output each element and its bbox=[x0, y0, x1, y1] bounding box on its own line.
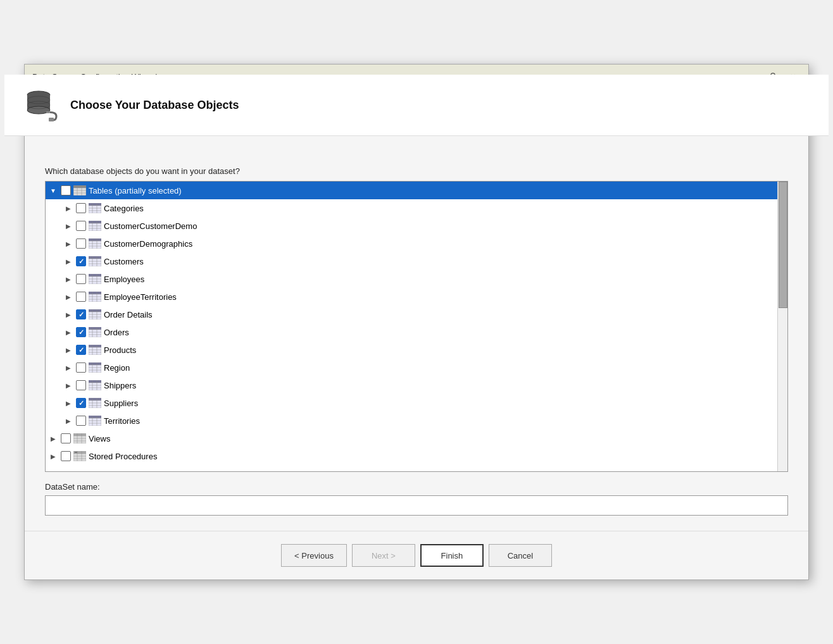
checkbox-9[interactable] bbox=[76, 362, 86, 373]
table-icon-4 bbox=[89, 274, 101, 284]
checkbox-1[interactable] bbox=[76, 221, 86, 231]
tree-container[interactable]: ▼ – Tables (partially selected) bbox=[45, 181, 788, 472]
item-label-11: Suppliers bbox=[104, 399, 138, 408]
expander-3[interactable]: ▶ bbox=[63, 256, 73, 266]
checkbox-4[interactable] bbox=[76, 274, 86, 284]
header-section: Choose Your Database Objects bbox=[4, 75, 829, 136]
dataset-name-input[interactable] bbox=[45, 495, 788, 516]
svg-rect-71 bbox=[89, 345, 101, 347]
item-label-1: CustomerCustomerDemo bbox=[104, 221, 197, 231]
item-label-3: Customers bbox=[104, 257, 144, 266]
tree-item-categories[interactable]: ▶ Categories bbox=[46, 199, 787, 217]
tree-item-customers[interactable]: ▶ Customers bbox=[46, 252, 787, 270]
item-label-12: Territories bbox=[104, 416, 140, 426]
svg-rect-5 bbox=[46, 111, 50, 113]
expander-6[interactable]: ▶ bbox=[63, 309, 73, 319]
expander-4[interactable]: ▶ bbox=[63, 274, 73, 284]
checkbox-6[interactable] bbox=[76, 309, 86, 319]
tree-item-employeeterritories[interactable]: ▶ EmployeeTerritories bbox=[46, 288, 787, 306]
item-label-6: Order Details bbox=[104, 310, 153, 319]
checkbox-views[interactable] bbox=[61, 433, 71, 443]
svg-rect-43 bbox=[89, 274, 101, 276]
checkbox-10[interactable] bbox=[76, 380, 86, 390]
expander-5[interactable]: ▶ bbox=[63, 292, 73, 302]
stored-procedures-label: Stored Procedures bbox=[89, 452, 157, 461]
tree-views[interactable]: ▶ Views bbox=[46, 430, 787, 447]
tree-item-customercustomerdemo[interactable]: ▶ CustomerCustomerDemo bbox=[46, 217, 787, 235]
table-icon-0 bbox=[89, 203, 101, 213]
svg-rect-78 bbox=[89, 362, 101, 365]
expander-tables[interactable]: ▼ bbox=[48, 185, 58, 195]
table-icon-12 bbox=[89, 416, 101, 426]
table-icon-7 bbox=[89, 327, 101, 337]
table-icon-3 bbox=[89, 256, 101, 266]
content-area: Which database objects do you want in yo… bbox=[25, 151, 808, 531]
checkbox-sp[interactable] bbox=[61, 451, 71, 461]
item-label-8: Products bbox=[104, 345, 136, 355]
checkbox-12[interactable] bbox=[76, 416, 86, 426]
tree-item-employees[interactable]: ▶ Employees bbox=[46, 270, 787, 288]
checkbox-5[interactable] bbox=[76, 292, 86, 302]
checkbox-tables[interactable]: – bbox=[61, 185, 71, 195]
svg-rect-8 bbox=[73, 185, 86, 188]
scrollbar-thumb[interactable] bbox=[779, 182, 787, 308]
svg-rect-92 bbox=[89, 398, 101, 400]
svg-rect-6 bbox=[49, 118, 54, 121]
svg-rect-119 bbox=[75, 452, 77, 453]
checkbox-0[interactable] bbox=[76, 203, 86, 213]
expander-views[interactable]: ▶ bbox=[48, 433, 58, 443]
table-icon-6 bbox=[89, 309, 101, 319]
expander-11[interactable]: ▶ bbox=[63, 398, 73, 408]
checkbox-11[interactable] bbox=[76, 398, 86, 408]
tree-item-products[interactable]: ▶ Products bbox=[46, 341, 787, 359]
item-label-7: Orders bbox=[104, 328, 129, 337]
svg-rect-50 bbox=[89, 292, 101, 294]
tree-item-customerdemographics[interactable]: ▶ CustomerDemographics bbox=[46, 235, 787, 252]
views-label: Views bbox=[89, 434, 110, 443]
dataset-section: DataSet name: bbox=[45, 482, 788, 516]
table-icon-11 bbox=[89, 398, 101, 408]
table-icon-5 bbox=[89, 292, 101, 302]
database-icon bbox=[25, 87, 60, 123]
dataset-label: DataSet name: bbox=[45, 482, 788, 492]
previous-button[interactable]: < Previous bbox=[281, 544, 347, 567]
expander-9[interactable]: ▶ bbox=[63, 362, 73, 373]
expander-7[interactable]: ▶ bbox=[63, 327, 73, 337]
expander-1[interactable]: ▶ bbox=[63, 221, 73, 231]
svg-rect-36 bbox=[89, 256, 101, 259]
checkbox-8[interactable] bbox=[76, 345, 86, 355]
checkbox-7[interactable] bbox=[76, 327, 86, 337]
expander-sp[interactable]: ▶ bbox=[48, 451, 58, 461]
dialog: Data Source Configuration Wizard ? × Cho… bbox=[24, 64, 809, 580]
tree-item-shippers[interactable]: ▶ Shippers bbox=[46, 376, 787, 394]
expander-8[interactable]: ▶ bbox=[63, 345, 73, 355]
table-icon-8 bbox=[89, 345, 101, 355]
tree-item-suppliers[interactable]: ▶ Suppliers bbox=[46, 394, 787, 412]
tree-item-orders[interactable]: ▶ Orders bbox=[46, 323, 787, 341]
item-label-2: CustomerDemographics bbox=[104, 239, 192, 249]
svg-rect-57 bbox=[89, 309, 101, 312]
tree-item-region[interactable]: ▶ Region bbox=[46, 359, 787, 376]
tables-label: Tables (partially selected) bbox=[89, 186, 182, 195]
svg-rect-85 bbox=[89, 380, 101, 383]
tree-stored-procedures[interactable]: ▶ Stored Procedures bbox=[46, 447, 787, 465]
svg-rect-99 bbox=[89, 416, 101, 418]
expander-12[interactable]: ▶ bbox=[63, 416, 73, 426]
tree-item-territories[interactable]: ▶ Territories bbox=[46, 412, 787, 430]
tree-root-tables[interactable]: ▼ – Tables (partially selected) bbox=[46, 182, 787, 199]
item-label-0: Categories bbox=[104, 204, 144, 213]
views-icon bbox=[73, 433, 86, 443]
checkbox-3[interactable] bbox=[76, 256, 86, 266]
cancel-button[interactable]: Cancel bbox=[489, 544, 552, 567]
svg-rect-64 bbox=[89, 327, 101, 330]
expander-2[interactable]: ▶ bbox=[63, 238, 73, 249]
finish-button[interactable]: Finish bbox=[420, 544, 484, 567]
checkbox-2[interactable] bbox=[76, 238, 86, 249]
tree-item-order-details[interactable]: ▶ Order Details bbox=[46, 306, 787, 323]
expander-0[interactable]: ▶ bbox=[63, 203, 73, 213]
expander-10[interactable]: ▶ bbox=[63, 380, 73, 390]
header-title: Choose Your Database Objects bbox=[70, 99, 239, 112]
scrollbar-track[interactable] bbox=[777, 182, 787, 471]
table-icon-10 bbox=[89, 380, 101, 390]
next-button[interactable]: Next > bbox=[352, 544, 415, 567]
